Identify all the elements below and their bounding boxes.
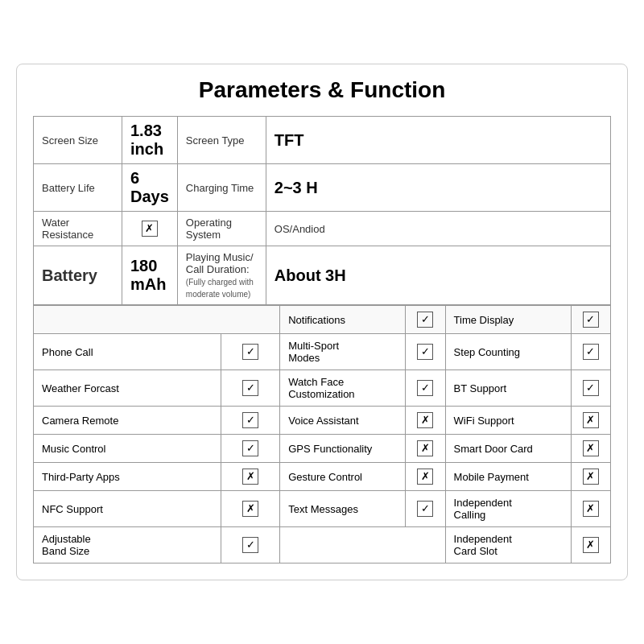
multi-sport-check: ✓ — [406, 334, 445, 370]
screen-size-value: 1.83 inch — [122, 117, 178, 164]
third-party-check: ✗ — [221, 463, 279, 491]
multi-sport-icon: ✓ — [417, 344, 433, 360]
music-control-check: ✓ — [221, 435, 279, 463]
smart-door-label: Smart Door Card — [445, 435, 571, 463]
mobile-payment-check: ✗ — [571, 463, 610, 491]
operating-system-value: OS/Andiod — [266, 212, 610, 246]
battery-life-value: 6 Days — [122, 164, 178, 212]
mobile-payment-label: Mobile Payment — [445, 463, 571, 491]
mobile-payment-icon: ✗ — [583, 469, 599, 485]
page-title: Parameters & Function — [33, 77, 611, 103]
charging-time-value: 2~3 H — [266, 164, 610, 212]
third-party-label: Third-Party Apps — [34, 463, 221, 491]
screen-type-label: Screen Type — [177, 117, 266, 164]
gps-icon: ✗ — [417, 440, 433, 456]
camera-remote-icon: ✓ — [242, 412, 258, 428]
wifi-support-icon: ✗ — [583, 412, 599, 428]
feature-row-2: Phone Call ✓ Multi-SportModes ✓ Step Cou… — [34, 334, 611, 370]
smart-door-check: ✗ — [571, 435, 610, 463]
screen-type-value: TFT — [266, 117, 610, 164]
empty-cell — [280, 527, 445, 564]
adjustable-band-icon: ✓ — [242, 537, 258, 553]
bt-support-check: ✓ — [571, 370, 610, 407]
independent-calling-check: ✗ — [571, 491, 610, 527]
feature-row-5: Music Control ✓ GPS Functionality ✗ Smar… — [34, 435, 611, 463]
multi-sport-label: Multi-SportModes — [280, 334, 406, 370]
time-display-label: Time Display — [445, 306, 571, 334]
gesture-icon: ✗ — [417, 469, 433, 485]
screen-size-label: Screen Size — [34, 117, 122, 164]
camera-remote-label: Camera Remote — [34, 407, 221, 435]
independent-calling-label: IndependentCalling — [445, 491, 571, 527]
gps-check: ✗ — [406, 435, 445, 463]
nfc-label: NFC Support — [34, 491, 221, 527]
weather-icon: ✓ — [242, 380, 258, 396]
bt-support-label: BT Support — [445, 370, 571, 407]
voice-assistant-icon: ✗ — [417, 412, 433, 428]
independent-card-icon: ✗ — [583, 537, 599, 553]
operating-system-label: OperatingSystem — [177, 212, 266, 246]
notifications-label: Notifications — [280, 306, 406, 334]
playing-music-label: Playing Music/Call Duration: (Fully char… — [177, 246, 266, 305]
gesture-check: ✗ — [406, 463, 445, 491]
watch-face-icon: ✓ — [417, 380, 433, 396]
third-party-icon: ✗ — [242, 469, 258, 485]
time-display-check: ✓ — [571, 306, 610, 334]
water-resistance-check: ✗ — [122, 212, 178, 246]
battery-life-label: Battery Life — [34, 164, 122, 212]
voice-assistant-check: ✗ — [406, 407, 445, 435]
phone-call-icon: ✓ — [242, 344, 258, 360]
independent-calling-icon: ✗ — [583, 501, 599, 517]
battery-label: Battery — [34, 246, 122, 305]
wifi-support-label: WiFi Support — [445, 407, 571, 435]
weather-label: Weather Forcast — [34, 370, 221, 407]
features-table: Notifications ✓ Time Display ✓ Phone Cal… — [33, 305, 611, 564]
playing-music-value: About 3H — [266, 246, 610, 305]
water-resistance-label: WaterResistance — [34, 212, 122, 246]
adjustable-band-check: ✓ — [221, 527, 279, 564]
params-table: Screen Size 1.83 inch Screen Type TFT Ba… — [33, 116, 611, 305]
text-messages-label: Text Messages — [280, 491, 406, 527]
wifi-support-check: ✗ — [571, 407, 610, 435]
step-counting-icon: ✓ — [583, 344, 599, 360]
charging-time-label: Charging Time — [177, 164, 266, 212]
watch-face-check: ✓ — [406, 370, 445, 407]
features-header-row: Notifications ✓ Time Display ✓ — [34, 306, 611, 334]
independent-card-check: ✗ — [571, 527, 610, 564]
watch-face-label: Watch FaceCustomization — [280, 370, 406, 407]
phone-call-check: ✓ — [221, 334, 279, 370]
notifications-check: ✓ — [406, 306, 445, 334]
text-messages-icon: ✓ — [417, 501, 433, 517]
music-control-label: Music Control — [34, 435, 221, 463]
notifications-icon: ✓ — [417, 312, 433, 328]
feature-row-6: Third-Party Apps ✗ Gesture Control ✗ Mob… — [34, 463, 611, 491]
camera-remote-check: ✓ — [221, 407, 279, 435]
adjustable-band-label: AdjustableBand Size — [34, 527, 221, 564]
feature-row-4: Camera Remote ✓ Voice Assistant ✗ WiFi S… — [34, 407, 611, 435]
nfc-check: ✗ — [221, 491, 279, 527]
nfc-icon: ✗ — [242, 501, 258, 517]
independent-card-label: IndependentCard Slot — [445, 527, 571, 564]
weather-check: ✓ — [221, 370, 279, 407]
feature-row-3: Weather Forcast ✓ Watch FaceCustomizatio… — [34, 370, 611, 407]
playing-music-sub: (Fully charged with moderate volume) — [186, 278, 254, 299]
text-messages-check: ✓ — [406, 491, 445, 527]
bt-support-icon: ✓ — [583, 380, 599, 396]
feature-row-8: AdjustableBand Size ✓ IndependentCard Sl… — [34, 527, 611, 564]
battery-value: 180 mAh — [122, 246, 178, 305]
gesture-label: Gesture Control — [280, 463, 406, 491]
feature-row-7: NFC Support ✗ Text Messages ✓ Independen… — [34, 491, 611, 527]
gps-label: GPS Functionality — [280, 435, 406, 463]
phone-call-label: Phone Call — [34, 334, 221, 370]
voice-assistant-label: Voice Assistant — [280, 407, 406, 435]
step-counting-check: ✓ — [571, 334, 610, 370]
main-container: Parameters & Function Screen Size 1.83 i… — [16, 64, 628, 580]
time-display-icon: ✓ — [583, 312, 599, 328]
step-counting-label: Step Counting — [445, 334, 571, 370]
music-control-icon: ✓ — [242, 440, 258, 456]
water-resistance-icon: ✗ — [142, 221, 158, 237]
smart-door-icon: ✗ — [583, 440, 599, 456]
